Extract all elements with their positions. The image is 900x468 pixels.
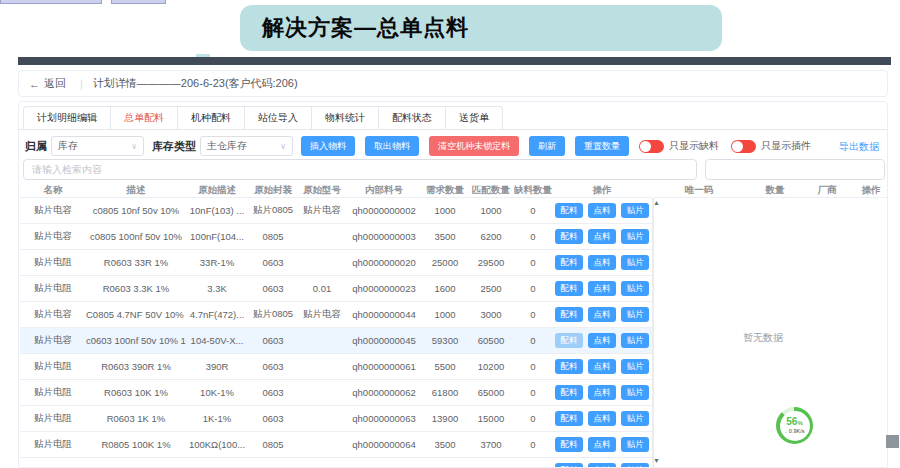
allocate-button[interactable]: 配料 [555,203,583,218]
cell-matched-qty: 3000 [468,309,514,320]
toolbar-button-2[interactable]: 清空机种未锁定料 [429,136,519,156]
count-button[interactable]: 点料 [588,359,616,374]
allocate-button[interactable]: 配料 [555,437,583,452]
cell-part-no: qh0000000045 [346,335,422,346]
row-actions: 配料 点料 贴片 [552,255,652,270]
count-button[interactable]: 点料 [588,463,616,468]
smt-button[interactable]: 贴片 [621,333,649,348]
row-actions: 配料 点料 贴片 [552,411,652,426]
allocate-button[interactable]: 配料 [555,281,583,296]
smt-button[interactable]: 贴片 [621,255,649,270]
page-title: 计划详情————206-6-23(客户代码:206) [93,76,298,91]
cell-orig-model: 贴片电容 [298,204,346,217]
tab-4[interactable]: 物料统计 [312,106,379,129]
allocate-button[interactable]: 配料 [555,229,583,244]
cell-orig-pkg: 0603 [248,283,298,294]
cell-part-no: qh0000000062 [346,387,422,398]
decorative-strip [0,0,102,4]
table-row[interactable]: 贴片电容 c0805 100nf 50v 10% 100nF(104... 08… [20,224,652,250]
table-row[interactable]: 贴片电阻 R0603 33R 1% 33R-1% 0603 qh00000000… [20,250,652,276]
allocate-button[interactable]: 配料 [555,359,583,374]
toggle-switch-1[interactable] [731,140,756,153]
smt-button[interactable]: 贴片 [621,203,649,218]
allocate-button[interactable]: 配料 [555,255,583,270]
back-arrow-icon[interactable]: ← [29,78,40,90]
row-actions: 配料 点料 贴片 [552,333,652,348]
count-button[interactable]: 点料 [588,307,616,322]
cell-part-no: qh0000000044 [346,309,422,320]
allocate-button[interactable]: 配料 [555,385,583,400]
smt-button[interactable]: 贴片 [621,281,649,296]
table-row[interactable]: 配料 点料 贴片 [20,458,652,468]
cell-orig-desc: 390R [186,361,248,372]
allocate-button[interactable]: 配料 [555,411,583,426]
stock-type-label: 库存类型 [152,139,196,154]
smt-button[interactable]: 贴片 [621,385,649,400]
smt-button[interactable]: 贴片 [621,411,649,426]
allocate-button[interactable]: 配料 [555,463,583,468]
smt-button[interactable]: 贴片 [621,307,649,322]
tab-2[interactable]: 机种配料 [178,106,245,129]
gauge-percent: 56% [786,417,802,428]
smt-button[interactable]: 贴片 [621,437,649,452]
cell-description: R0603 10K 1% [86,387,186,398]
row-actions: 配料 点料 贴片 [552,463,652,468]
count-button[interactable]: 点料 [588,229,616,244]
table-row[interactable]: 贴片电阻 R0603 390R 1% 390R 0603 qh000000006… [20,354,652,380]
toggle-switch-0[interactable] [639,140,664,153]
tab-3[interactable]: 站位导入 [245,106,312,129]
tab-1[interactable]: 总单配料 [111,106,178,129]
allocate-button[interactable]: 配料 [555,307,583,322]
table-row[interactable]: 贴片电容 c0805 10nf 50v 10% 10nF(103) ... 贴片… [20,198,652,224]
table-row[interactable]: 贴片电阻 R0603 10K 1% 10K-1% 0603 qh00000000… [20,380,652,406]
cell-name: 贴片电容 [20,230,86,243]
allocate-button[interactable]: 配料 [555,333,583,348]
cell-demand-qty: 1000 [422,309,468,320]
smt-button[interactable]: 贴片 [621,229,649,244]
owner-select[interactable]: 库存 ∨ [51,136,144,156]
slide-title: 解决方案—总单点料 [262,13,469,43]
scan-input[interactable] [705,159,885,180]
cell-shortage-qty: 0 [514,413,552,424]
cell-name: 贴片电阻 [20,386,86,399]
smt-button[interactable]: 贴片 [621,463,649,468]
count-button[interactable]: 点料 [588,385,616,400]
filter-toolbar: 归属 库存 ∨ 库存类型 主仓库存 ∨ 插入物料取出物料清空机种未锁定料刷新重置… [25,135,881,157]
cell-orig-pkg: 0603 [248,387,298,398]
search-input[interactable] [23,159,697,180]
count-button[interactable]: 点料 [588,437,616,452]
tab-6[interactable]: 送货单 [446,106,503,129]
smt-button[interactable]: 贴片 [621,359,649,374]
toolbar-button-0[interactable]: 插入物料 [301,136,355,156]
toolbar-button-1[interactable]: 取出物料 [365,136,419,156]
tab-0[interactable]: 计划明细编辑 [23,106,111,129]
panel-column-header-1: 数量 [744,184,806,197]
progress-gauge: 56% ↓ 0.9K/s [776,407,813,444]
count-button[interactable]: 点料 [588,255,616,270]
page-scrollbar-thumb[interactable] [886,435,899,448]
table-row[interactable]: 贴片电容 c0603 100nf 50v 10% 104 104-50V-X..… [20,328,652,354]
count-button[interactable]: 点料 [588,333,616,348]
count-button[interactable]: 点料 [588,411,616,426]
toolbar-button-4[interactable]: 重置数量 [575,136,629,156]
tab-5[interactable]: 配料状态 [379,106,446,129]
cell-matched-qty: 15000 [468,413,514,424]
back-button[interactable]: 返回 [44,76,66,91]
table-row[interactable]: 贴片电阻 R0805 100K 1% 100KΩ(100... 0805 qh0… [20,432,652,458]
cell-orig-desc: 104-50V-X... [186,335,248,346]
table-row[interactable]: 贴片电容 C0805 4.7NF 50V 10% ... 4.7nF(472).… [20,302,652,328]
cell-orig-desc: 1K-1% [186,413,248,424]
column-header-8: 缺料数量 [514,184,552,197]
table-row[interactable]: 贴片电阻 R0603 3.3K 1% 3.3K 0603 0.01 qh0000… [20,276,652,302]
export-data-link[interactable]: 导出数据 [839,140,879,154]
cell-name: 贴片电容 [20,334,86,347]
cell-orig-pkg: 0603 [248,413,298,424]
stock-type-select[interactable]: 主仓库存 ∨ [200,136,293,156]
toolbar-button-3[interactable]: 刷新 [529,136,565,156]
cell-shortage-qty: 0 [514,361,552,372]
count-button[interactable]: 点料 [588,203,616,218]
table-row[interactable]: 贴片电阻 R0603 1K 1% 1K-1% 0603 qh0000000063… [20,406,652,432]
count-button[interactable]: 点料 [588,281,616,296]
cell-orig-desc: 10nF(103) ... [186,205,248,216]
materials-table: 名称描述原始描述原始封装原始型号内部料号需求数量匹配数量缺料数量操作 贴片电容 … [20,183,652,467]
